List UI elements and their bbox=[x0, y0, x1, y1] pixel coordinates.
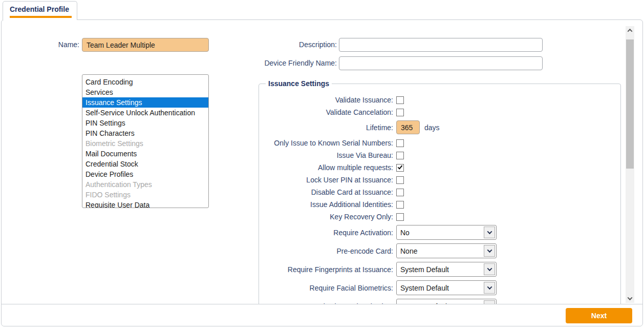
only-issue-to-known-serial-numbers-label: Only Issue to Known Serial Numbers: bbox=[263, 139, 393, 147]
require-fingerprints-at-issuance-selected-value: System Default bbox=[397, 265, 484, 274]
issue-via-bureau-label: Issue Via Bureau: bbox=[263, 151, 393, 159]
allow-multiple-requests-label: Allow multiple requests: bbox=[263, 163, 393, 172]
scroll-down-button[interactable] bbox=[626, 294, 634, 303]
pre-encode-card-selected-value: None bbox=[397, 247, 484, 255]
dropdown-button[interactable] bbox=[484, 227, 495, 238]
device-friendly-name-input[interactable] bbox=[339, 56, 543, 70]
list-item-device-profiles[interactable]: Device Profiles bbox=[82, 169, 208, 179]
tab-label: Credential Profile bbox=[10, 5, 69, 13]
disable-card-at-issuance-label: Disable Card at Issuance: bbox=[263, 188, 393, 196]
section-list[interactable]: Card EncodingServicesIssuance SettingsSe… bbox=[82, 74, 209, 208]
require-activation-selected-value: No bbox=[397, 229, 484, 237]
chevron-down-icon bbox=[487, 248, 492, 253]
list-item-credential-stock[interactable]: Credential Stock bbox=[82, 159, 208, 169]
issuance-settings-legend: Issuance Settings bbox=[266, 79, 332, 88]
key-recovery-only-checkbox[interactable] bbox=[396, 213, 404, 221]
dropdown-button[interactable] bbox=[484, 300, 495, 304]
list-item-biometric-settings: Biometric Settings bbox=[82, 138, 208, 149]
lifetime-suffix-label: days bbox=[424, 124, 440, 132]
validate-issuance-label: Validate Issuance: bbox=[263, 96, 393, 104]
issue-via-bureau-checkbox[interactable] bbox=[396, 152, 404, 159]
dropdown-button[interactable] bbox=[484, 245, 495, 257]
credential-profile-panel: Name: Description: Device Friendly Name:… bbox=[1, 19, 643, 326]
require-activation-select[interactable]: No bbox=[396, 225, 497, 240]
tab-credential-profile[interactable]: Credential Profile bbox=[3, 1, 77, 20]
only-issue-to-known-serial-numbers-checkbox[interactable] bbox=[396, 139, 404, 147]
description-label: Description: bbox=[181, 38, 337, 52]
lock-user-pin-at-issuance-label: Lock User PIN at Issuance: bbox=[263, 176, 393, 184]
chevron-up-icon bbox=[628, 29, 633, 34]
lifetime-input[interactable] bbox=[396, 120, 420, 134]
validate-issuance-checkbox[interactable] bbox=[396, 96, 404, 104]
name-label: Name: bbox=[2, 38, 79, 52]
footer-bar: Next bbox=[2, 304, 642, 326]
chevron-down-icon bbox=[487, 284, 492, 290]
chevron-down-icon bbox=[628, 295, 633, 300]
list-item-card-encoding[interactable]: Card Encoding bbox=[82, 77, 208, 87]
list-item-fido-settings: FIDO Settings bbox=[82, 190, 208, 200]
list-item-mail-documents[interactable]: Mail Documents bbox=[82, 149, 208, 159]
activation-authentication-select[interactable]: System Default bbox=[396, 299, 497, 304]
dropdown-button[interactable] bbox=[484, 282, 495, 294]
require-facial-biometrics-label: Require Facial Biometrics: bbox=[263, 284, 393, 292]
issue-additional-identities-label: Issue Additional Identities: bbox=[263, 200, 393, 209]
panel-content: Name: Description: Device Friendly Name:… bbox=[2, 20, 642, 304]
vertical-scrollbar[interactable] bbox=[626, 26, 634, 303]
chevron-down-icon bbox=[487, 266, 492, 271]
require-fingerprints-at-issuance-label: Require Fingerprints at Issuance: bbox=[263, 265, 393, 274]
require-facial-biometrics-select[interactable]: System Default bbox=[396, 280, 497, 295]
require-facial-biometrics-selected-value: System Default bbox=[397, 284, 484, 292]
next-button[interactable]: Next bbox=[566, 308, 632, 323]
allow-multiple-requests-checkbox[interactable] bbox=[396, 164, 404, 172]
list-item-pin-characters[interactable]: PIN Characters bbox=[82, 128, 208, 138]
description-input[interactable] bbox=[339, 38, 543, 52]
disable-card-at-issuance-checkbox[interactable] bbox=[396, 189, 404, 196]
pre-encode-card-select[interactable]: None bbox=[396, 243, 497, 258]
list-item-services[interactable]: Services bbox=[82, 87, 208, 97]
key-recovery-only-label: Key Recovery Only: bbox=[263, 213, 393, 221]
pre-encode-card-label: Pre-encode Card: bbox=[263, 247, 393, 255]
issuance-settings-fieldset: Issuance Settings Validate Issuance:Vali… bbox=[259, 79, 621, 304]
issue-additional-identities-checkbox[interactable] bbox=[396, 201, 404, 209]
lifetime-label: Lifetime: bbox=[263, 124, 393, 132]
require-fingerprints-at-issuance-select[interactable]: System Default bbox=[396, 262, 497, 277]
lock-user-pin-at-issuance-checkbox[interactable] bbox=[396, 176, 404, 184]
checkmark-icon bbox=[398, 164, 403, 169]
issuance-rows: Validate Issuance:Validate Cancelation:L… bbox=[263, 96, 620, 304]
chevron-down-icon bbox=[487, 229, 492, 234]
list-item-requisite-user-data[interactable]: Requisite User Data bbox=[82, 200, 208, 208]
tab-active-underline bbox=[10, 16, 72, 18]
list-item-pin-settings[interactable]: PIN Settings bbox=[82, 118, 208, 128]
validate-cancelation-label: Validate Cancelation: bbox=[263, 108, 393, 116]
scroll-up-button[interactable] bbox=[626, 26, 634, 35]
list-item-issuance-settings[interactable]: Issuance Settings bbox=[82, 97, 208, 108]
scrollbar-thumb[interactable] bbox=[626, 39, 634, 169]
list-item-authentication-types: Authentication Types bbox=[82, 179, 208, 190]
list-item-self-service-unlock-authentication[interactable]: Self-Service Unlock Authentication bbox=[82, 108, 208, 118]
device-friendly-name-label: Device Friendly Name: bbox=[181, 56, 337, 70]
validate-cancelation-checkbox[interactable] bbox=[396, 109, 404, 116]
dropdown-button[interactable] bbox=[484, 263, 495, 275]
require-activation-label: Require Activation: bbox=[263, 229, 393, 237]
